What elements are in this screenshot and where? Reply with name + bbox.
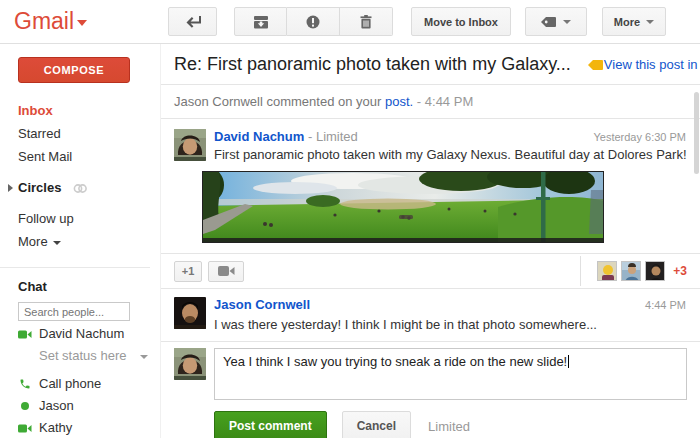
post-body-text: First panoramic photo taken with my Gala…: [214, 146, 687, 163]
chat-contact-name: Kathy: [39, 421, 72, 435]
archive-spam-delete-group: [234, 7, 393, 36]
comment-author-link[interactable]: Jason Cornwell: [214, 297, 310, 312]
trash-icon: [360, 15, 372, 29]
sidebar-item-label: Follow up: [18, 211, 74, 226]
report-spam-icon: [306, 15, 320, 29]
status-dropdown-arrow-icon: [140, 355, 148, 359]
dropdown-arrow-icon: [53, 241, 61, 245]
expand-triangle-icon[interactable]: [8, 184, 13, 192]
more-dropdown-arrow-icon: [646, 20, 654, 24]
yellow-label-icon[interactable]: [587, 59, 604, 71]
sidebar-item-inbox[interactable]: Inbox: [0, 99, 160, 122]
chat-call-phone[interactable]: Call phone: [0, 373, 160, 395]
composer-visibility-label: Limited: [428, 419, 470, 434]
comment-timestamp: 4:44 PM: [645, 299, 686, 311]
comment-input-value: Yea I think I saw you trying to sneak a …: [223, 354, 567, 369]
avatar: [174, 348, 206, 380]
plus-one-button[interactable]: +1: [174, 261, 202, 282]
report-spam-button[interactable]: [287, 7, 340, 36]
comment: 4:44 PM Jason Cornwell I was there yeste…: [161, 289, 700, 341]
main-content: Re: First panoramic photo taken with my …: [160, 44, 700, 438]
notification-summary: Jason Cornwell commented on your post. -…: [161, 85, 700, 118]
plus-oner-avatar[interactable]: [621, 261, 641, 281]
view-post-in-google-plus-link[interactable]: View this post in Google+: [604, 57, 700, 72]
post-comment-button[interactable]: Post comment: [214, 411, 327, 438]
sidebar-item-label: Sent Mail: [18, 149, 72, 164]
video-camera-icon: [18, 330, 32, 339]
post-actions-row: +1 +3: [161, 254, 700, 288]
post-timestamp: Yesterday 6:30 PM: [593, 131, 686, 143]
more-plus-oners-count[interactable]: +3: [673, 264, 687, 278]
post-link[interactable]: post.: [385, 94, 413, 109]
sidebar-item-label: Starred: [18, 126, 61, 141]
gmail-logo[interactable]: Gmail: [14, 8, 87, 35]
circles-icon: [73, 183, 87, 194]
thread-subject: Re: First panoramic photo taken with my …: [174, 54, 571, 75]
gplus-post: Yesterday 6:30 PM David Nachum - Limited…: [161, 119, 700, 243]
sidebar-item-label: Circles: [18, 180, 61, 195]
sidebar-item-label: More: [18, 234, 48, 249]
more-button-label: More: [614, 16, 640, 28]
vertical-divider: [580, 256, 581, 286]
sidebar-item-sent-mail[interactable]: Sent Mail: [0, 145, 160, 168]
cancel-button[interactable]: Cancel: [342, 411, 411, 438]
back-button[interactable]: [168, 7, 217, 36]
post-visibility: Limited: [316, 129, 358, 144]
archive-icon: [253, 15, 269, 29]
label-tag-icon: [540, 16, 557, 28]
delete-button[interactable]: [340, 7, 393, 36]
avatar[interactable]: [174, 129, 206, 161]
sidebar-item-label: Inbox: [18, 103, 53, 118]
panorama-image: [203, 172, 603, 242]
labels-button[interactable]: [525, 7, 587, 36]
scrollbar[interactable]: [694, 92, 699, 174]
comment-body-text: I was there yesterday! I think I might b…: [214, 316, 597, 333]
hangout-video-button[interactable]: [208, 261, 244, 282]
toolbar: Move to Inbox More: [168, 7, 666, 36]
chat-search-input[interactable]: [18, 302, 130, 321]
sidebar: COMPOSE Inbox Starred Sent Mail Circles …: [0, 44, 160, 438]
chat-contact-name: Jason: [39, 399, 74, 413]
chat-heading: Chat: [0, 268, 160, 298]
sidebar-nav: Inbox Starred Sent Mail Circles Follow u…: [0, 99, 160, 253]
panorama-photo[interactable]: [202, 171, 604, 243]
sidebar-item-follow-up[interactable]: Follow up: [0, 207, 160, 230]
more-button[interactable]: More: [602, 7, 666, 36]
sidebar-item-more[interactable]: More: [0, 230, 160, 253]
sidebar-item-circles[interactable]: Circles: [0, 176, 160, 199]
chat-status-field[interactable]: Set status here: [0, 345, 160, 366]
chat-status-placeholder: Set status here: [39, 348, 126, 363]
compose-button[interactable]: COMPOSE: [18, 57, 130, 83]
chat-self-row[interactable]: David Nachum: [0, 323, 160, 345]
chat-contact-kathy[interactable]: Kathy: [0, 417, 160, 438]
video-camera-icon: [218, 266, 235, 276]
gmail-logo-text: Gmail: [14, 8, 74, 34]
chat-self-name: David Nachum: [39, 327, 124, 341]
back-arrow-icon: [185, 15, 201, 28]
plus-oner-avatar[interactable]: [645, 261, 665, 281]
comment-input[interactable]: Yea I think I saw you trying to sneak a …: [214, 348, 687, 400]
notice-text: Jason Cornwell commented on your: [174, 94, 381, 109]
move-to-inbox-button[interactable]: Move to Inbox: [411, 7, 511, 36]
composer-buttons: Post comment Cancel Limited: [214, 411, 700, 438]
text-caret: [568, 355, 569, 368]
post-separator: -: [308, 129, 312, 144]
plus-oner-avatar[interactable]: [597, 261, 617, 281]
phone-icon: [18, 378, 32, 390]
chat-contact-name: Call phone: [39, 377, 101, 391]
post-author-link[interactable]: David Nachum: [214, 129, 304, 144]
gmail-window: Gmail Move to Inbox: [0, 0, 700, 438]
notice-time: 4:44 PM: [425, 94, 473, 109]
plus-oners: +3: [580, 256, 687, 286]
comment-composer: Yea I think I saw you trying to sneak a …: [161, 342, 700, 400]
sidebar-item-starred[interactable]: Starred: [0, 122, 160, 145]
top-bar: Gmail Move to Inbox: [0, 0, 700, 44]
video-camera-icon: [18, 424, 32, 433]
archive-button[interactable]: [234, 7, 287, 36]
notice-separator: -: [417, 94, 421, 109]
logo-dropdown-arrow-icon: [77, 20, 87, 26]
compose-label: COMPOSE: [44, 64, 104, 76]
chat-contact-jason[interactable]: Jason: [0, 395, 160, 417]
avatar[interactable]: [174, 297, 206, 329]
online-dot-icon: [18, 402, 32, 410]
